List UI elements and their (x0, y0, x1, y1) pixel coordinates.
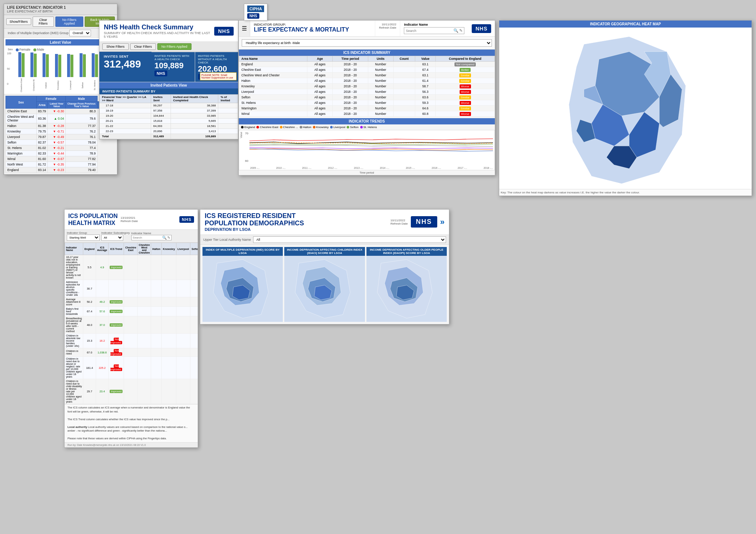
ig-compared: Similar (436, 95, 495, 100)
hc-pct (218, 124, 238, 129)
legend-female-dot: Female (16, 48, 30, 51)
hc-table-row: 21-22 64,393 18,581 (100, 124, 238, 129)
le-area: Cheshire East (6, 109, 37, 114)
le-female-val: 79.75 (36, 129, 47, 134)
y-bottom: 60 (245, 159, 248, 163)
matrix-england-val: 50.2 (83, 297, 96, 307)
col-value: Value (415, 56, 436, 62)
x-axis-labels: 2009 -...2010 -...2011 -...2012 -...2013… (250, 167, 493, 169)
demo-subtitle: DEPRIVATION BY LSOA (205, 227, 388, 232)
le-change: ▼ -0.21 (48, 145, 66, 151)
hc-table-row: 17-18 99,297 38,388 (100, 103, 238, 108)
le-change: ▼ -0.44 (48, 151, 66, 156)
heatmap-svg (501, 29, 750, 188)
ig-period: 2018 - 20 (332, 73, 368, 78)
le-female-val: 81.60 (36, 156, 47, 162)
ig-summary-title: ICS INDICATOR SUMMARY (239, 50, 495, 56)
ig-age: All ages (307, 73, 333, 78)
demo-map2: INCOME DEPRIVATION AFFECTING CHILDREN IN… (284, 247, 365, 322)
ig-table-row: Cheshire West and Chester All ages 2018 … (239, 73, 495, 78)
hc-clear-filters[interactable]: Clear Filters (130, 43, 156, 50)
hc-completed: 33,985 (171, 113, 218, 119)
map2-svg (284, 256, 365, 322)
y-axis-label: Value (240, 132, 242, 138)
ig-area: Halton (239, 78, 307, 84)
imd-select[interactable]: Overall (69, 30, 91, 36)
ig-value: 64.6 (415, 106, 436, 111)
y-axis-50: 50 (7, 68, 11, 70)
matrix-indicator-name: Children in need (65, 348, 83, 357)
y-top: 70 (245, 132, 248, 135)
ig-compared: Worse (436, 84, 495, 89)
bar-group-halton: Halton (40, 53, 51, 92)
ig-value: 67.4 (415, 67, 436, 73)
matrix-trend: Not Improved (109, 348, 124, 357)
double-arrow-icon[interactable]: » (440, 217, 445, 227)
demo-map1: INDEX OF MULTIPLE DEPRIVATION (IMD) SCOR… (202, 247, 283, 322)
indicator-select[interactable]: Healthy life expectancy at birth -Male (242, 39, 492, 47)
demo-filter-select[interactable]: All (253, 236, 446, 243)
ig-search-input[interactable] (406, 29, 453, 33)
hc-invites: 312,489 (151, 134, 171, 139)
hc-pct (218, 103, 238, 108)
matrix-ig-select[interactable]: Starting Well (67, 235, 100, 241)
le-table-row: St. Helens 81.02 ▼ -0.21 77.4 (6, 145, 116, 151)
hc-completed: 37,399 (171, 108, 218, 113)
le-panel-subtitle: LIFE EXPECTANCY AT BIRTH (7, 10, 114, 13)
no-filters-button[interactable]: No Filters Applied (55, 17, 83, 27)
le-female-val: 82.37 (36, 140, 47, 145)
hc-table-row: 18-19 97,358 37,399 (100, 108, 238, 113)
matrix-col-halton: Halton (151, 243, 162, 255)
ig-units: Number (368, 78, 393, 84)
please-note-text: PLEASE NOTE: Small Number Suppression in… (201, 74, 233, 79)
bar-group-sefton: Sefton (77, 53, 88, 92)
matrix-trend: Improved (109, 255, 124, 280)
hc-no-filters[interactable]: No Filters Applied (157, 43, 191, 50)
demo-title: ICS REGISTERED RESIDENTPOPULATION DEMOGR… (205, 212, 388, 227)
clear-filters-button[interactable]: Clear Filters (33, 17, 54, 27)
matrix-england-val: 30.7 (83, 280, 96, 297)
matrix-subcat-select[interactable]: All (101, 235, 123, 241)
bar-group-knowsley: Knowsley (52, 54, 63, 92)
stat1-label: INVITED PATIENTS WITH A HEALTH CHECK (154, 54, 192, 61)
show-filters-button[interactable]: Show/Filters (6, 18, 31, 25)
matrix-trend: Improved (109, 297, 124, 307)
matrix-indicator-name: Baby's first feed breastmilk (65, 307, 83, 316)
matrix-trend: Improved (109, 316, 124, 334)
trends-svg (249, 132, 493, 160)
le-male-val: 77.82 (66, 156, 97, 162)
hc-group: Total (100, 134, 151, 139)
ig-area: Sefton (239, 95, 307, 100)
ig-age: All ages (307, 62, 333, 67)
edit-icon[interactable]: ✎ (459, 28, 463, 33)
ig-period: 2018 - 20 (332, 89, 368, 95)
legend-sex: Sex (8, 48, 13, 51)
matrix-table-row: Children in need due to abuse or neglect… (65, 357, 198, 379)
le-male-val: 77.4 (66, 145, 97, 151)
ig-period: 2018 - 20 (332, 62, 368, 67)
le-male-val: 80.3 (66, 109, 97, 114)
matrix-note2: The ICS Trend column calculates whether … (67, 418, 195, 422)
matrix-table-row: Children in need due to child disability… (65, 379, 198, 404)
matrix-edit-icon[interactable]: ✎ (167, 236, 170, 240)
hc-show-filters[interactable]: Show Filters (102, 43, 129, 50)
ig-period: 2018 - 20 (332, 84, 368, 89)
hc-table-row: 22-23 20,896 3,413 (100, 129, 238, 134)
trend-legend-item: England (241, 126, 255, 129)
heatmap-title: INDICATOR GEOGRAPHICAL HEAT MAP (499, 21, 752, 28)
matrix-ics-val: 23.4 (96, 379, 108, 404)
ig-age: All ages (307, 106, 333, 111)
le-male-val: 79.40 (66, 167, 97, 173)
ig-area: Warrington (239, 106, 307, 111)
col-male: Male (66, 96, 97, 102)
ig-table-row: Warrington All ages 2018 - 20 Number 64.… (239, 106, 495, 111)
ig-refresh-date-val: 10/11/2022 (379, 23, 396, 26)
hc-sub-header: INVITED PATIENTS SUMMARY BY (99, 88, 238, 94)
matrix-england-val: 48.0 (83, 316, 96, 334)
matrix-search-input[interactable] (133, 236, 162, 239)
le-change: ▼ -0.23 (48, 167, 66, 173)
hamburger-icon[interactable]: ☰ (242, 25, 247, 32)
matrix-ics-val: 37.0 (96, 316, 108, 334)
le-female-val: 83.36 (36, 114, 47, 123)
ics-matrix-panel: ICS POPULATIONHEALTH MATRIX 13/10/2021 R… (64, 209, 198, 448)
